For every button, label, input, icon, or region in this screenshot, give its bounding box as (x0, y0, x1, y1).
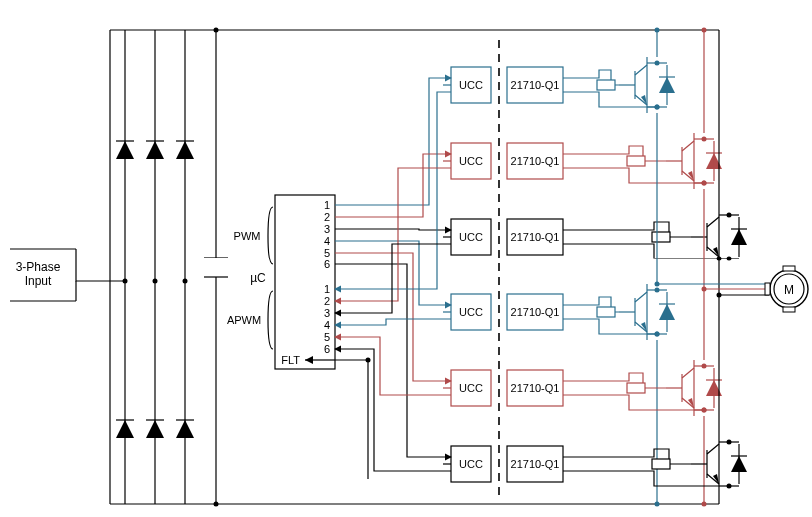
svg-point-84 (702, 181, 707, 186)
svg-point-63 (655, 105, 660, 110)
svg-line-137 (682, 368, 694, 378)
pwm-pins: 1 2 3 4 5 6 (324, 199, 330, 270)
svg-text:µC: µC (250, 271, 266, 285)
svg-text:M: M (784, 283, 794, 297)
svg-text:21710-Q1: 21710-Q1 (511, 155, 560, 167)
svg-point-124 (655, 332, 660, 337)
svg-line-160 (707, 444, 719, 454)
svg-text:UCC: UCC (459, 458, 483, 470)
svg-rect-178 (765, 283, 770, 295)
svg-rect-85 (627, 156, 645, 166)
svg-point-13 (153, 279, 158, 284)
apwm-pins: 1 2 3 4 5 6 (324, 283, 330, 355)
svg-text:21710-Q1: 21710-Q1 (511, 306, 560, 318)
svg-text:5: 5 (324, 247, 330, 258)
svg-rect-176 (783, 266, 795, 271)
svg-text:2: 2 (324, 211, 330, 223)
svg-point-152 (702, 502, 707, 507)
svg-text:UCC: UCC (459, 382, 483, 394)
svg-rect-148 (627, 383, 645, 393)
svg-point-14 (183, 279, 188, 284)
svg-point-189 (717, 257, 722, 261)
driver-row-2: UCC 21710-Q1 (451, 28, 722, 190)
svg-text:1: 1 (324, 199, 330, 211)
svg-marker-21 (116, 420, 134, 438)
rectifier-bridge (76, 30, 194, 504)
svg-text:6: 6 (324, 343, 330, 355)
svg-point-66 (655, 28, 660, 33)
input-label-1: 3-Phase (16, 260, 61, 274)
svg-point-180 (366, 358, 371, 363)
svg-marker-17 (146, 141, 164, 159)
svg-text:2: 2 (324, 295, 330, 307)
svg-text:UCC: UCC (459, 306, 483, 318)
svg-rect-105 (652, 232, 670, 242)
motor: M (765, 266, 808, 312)
svg-point-87 (702, 28, 707, 33)
svg-text:5: 5 (324, 331, 330, 343)
svg-text:3: 3 (324, 223, 330, 235)
svg-line-95 (707, 217, 719, 227)
svg-point-187 (214, 28, 219, 33)
svg-text:UCC: UCC (459, 155, 483, 167)
svg-text:4: 4 (324, 319, 330, 331)
input-label-2: Input (25, 274, 52, 288)
driver-row-1: UCC 21710-Q1 (451, 28, 675, 114)
svg-point-129 (655, 502, 660, 507)
svg-rect-125 (597, 307, 615, 317)
svg-rect-177 (783, 307, 795, 312)
svg-text:3: 3 (324, 307, 330, 319)
svg-text:PWM: PWM (234, 230, 261, 242)
svg-text:UCC: UCC (459, 231, 483, 243)
svg-text:21710-Q1: 21710-Q1 (511, 382, 560, 394)
svg-rect-170 (652, 459, 670, 469)
svg-text:APWM: APWM (227, 314, 261, 326)
svg-line-53 (635, 65, 647, 75)
svg-marker-15 (116, 141, 134, 159)
svg-text:1: 1 (324, 283, 330, 295)
svg-text:21710-Q1: 21710-Q1 (511, 231, 560, 243)
svg-marker-23 (146, 420, 164, 438)
svg-marker-19 (176, 141, 194, 159)
svg-text:21710-Q1: 21710-Q1 (511, 458, 560, 470)
svg-rect-64 (597, 80, 615, 90)
driver-row-3: UCC 21710-Q1 (451, 30, 747, 264)
svg-line-114 (635, 292, 647, 302)
svg-text:FLT: FLT (281, 354, 300, 366)
svg-point-147 (702, 408, 707, 413)
svg-text:4: 4 (324, 235, 330, 247)
svg-text:6: 6 (324, 258, 330, 270)
svg-text:21710-Q1: 21710-Q1 (511, 79, 560, 91)
mcu-block: µC PWM APWM FLT (227, 195, 335, 369)
svg-text:UCC: UCC (459, 79, 483, 91)
svg-marker-25 (176, 420, 194, 438)
svg-line-74 (682, 141, 694, 151)
svg-point-188 (214, 502, 219, 507)
